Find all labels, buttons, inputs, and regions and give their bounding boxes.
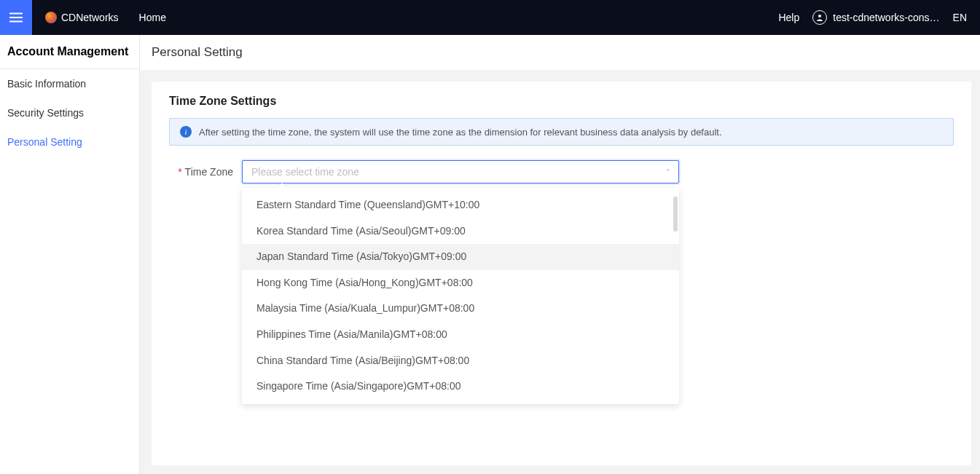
timezone-select[interactable]: Please select time zone ˄	[242, 160, 679, 183]
svg-point-3	[818, 15, 821, 17]
logo-icon	[45, 12, 57, 23]
select-placeholder: Please select time zone	[251, 166, 666, 178]
dropdown-option[interactable]: Malaysia Time (Asia/Kuala_Lumpur)GMT+08:…	[242, 296, 679, 322]
dropdown-scrollbar[interactable]	[673, 197, 678, 232]
hamburger-menu-button[interactable]	[0, 0, 32, 35]
dropdown-option[interactable]: Singapore Time (Asia/Singapore)GMT+08:00	[242, 374, 679, 400]
timezone-label: *Time Zone	[169, 166, 242, 178]
info-icon: i	[180, 126, 192, 138]
timezone-form-row: *Time Zone Please select time zone ˄ Eas…	[152, 160, 971, 183]
app-header: CDNetworks Home Help test-cdnetworks-con…	[0, 0, 980, 35]
chevron-up-icon: ˄	[665, 168, 671, 176]
dropdown-option[interactable]: Eastern Standard Time (Queensland)GMT+10…	[242, 192, 679, 218]
content-area: Time Zone Settings i After setting the t…	[140, 70, 980, 474]
required-star: *	[178, 166, 181, 178]
main-content: Personal Setting Time Zone Settings i Af…	[140, 35, 980, 474]
language-selector[interactable]: EN	[953, 12, 967, 23]
hamburger-icon	[8, 9, 24, 25]
brand-name: CDNetworks	[61, 12, 119, 23]
dropdown-option[interactable]: Korea Standard Time (Asia/Seoul)GMT+09:0…	[242, 218, 679, 245]
timezone-select-wrap: Please select time zone ˄ Eastern Standa…	[242, 160, 679, 183]
header-right: Help test-cdnetworks-cons… EN	[778, 10, 980, 25]
help-link[interactable]: Help	[778, 12, 799, 23]
nav-home[interactable]: Home	[132, 12, 173, 23]
settings-card: Time Zone Settings i After setting the t…	[152, 82, 971, 465]
sidebar: Account Management Basic Information Sec…	[0, 35, 140, 474]
dropdown-option[interactable]: China Standard Time (Asia/Beijing)GMT+08…	[242, 348, 679, 374]
dropdown-option[interactable]: Hong Kong Time (Asia/Hong_Kong)GMT+08:00	[242, 270, 679, 296]
sidebar-item-security[interactable]: Security Settings	[0, 98, 139, 127]
brand-logo[interactable]: CDNetworks	[32, 12, 132, 23]
timezone-label-text: Time Zone	[185, 166, 233, 178]
info-alert: i After setting the time zone, the syste…	[169, 118, 954, 146]
sidebar-item-basic-info[interactable]: Basic Information	[0, 69, 139, 98]
dropdown-option[interactable]: Philippines Time (Asia/Manila)GMT+08:00	[242, 322, 679, 348]
sidebar-title: Account Management	[0, 35, 139, 69]
user-icon	[812, 10, 827, 25]
card-title: Time Zone Settings	[152, 95, 971, 118]
alert-text: After setting the time zone, the system …	[199, 127, 722, 138]
dropdown-option[interactable]: Japan Standard Time (Asia/Tokyo)GMT+09:0…	[242, 244, 679, 270]
timezone-dropdown: Eastern Standard Time (Queensland)GMT+10…	[242, 188, 679, 404]
sidebar-item-personal-setting[interactable]: Personal Setting	[0, 127, 139, 157]
user-menu[interactable]: test-cdnetworks-cons…	[812, 10, 939, 25]
username-label: test-cdnetworks-cons…	[833, 12, 939, 23]
page-title: Personal Setting	[140, 35, 980, 70]
body-wrap: Account Management Basic Information Sec…	[0, 35, 980, 474]
